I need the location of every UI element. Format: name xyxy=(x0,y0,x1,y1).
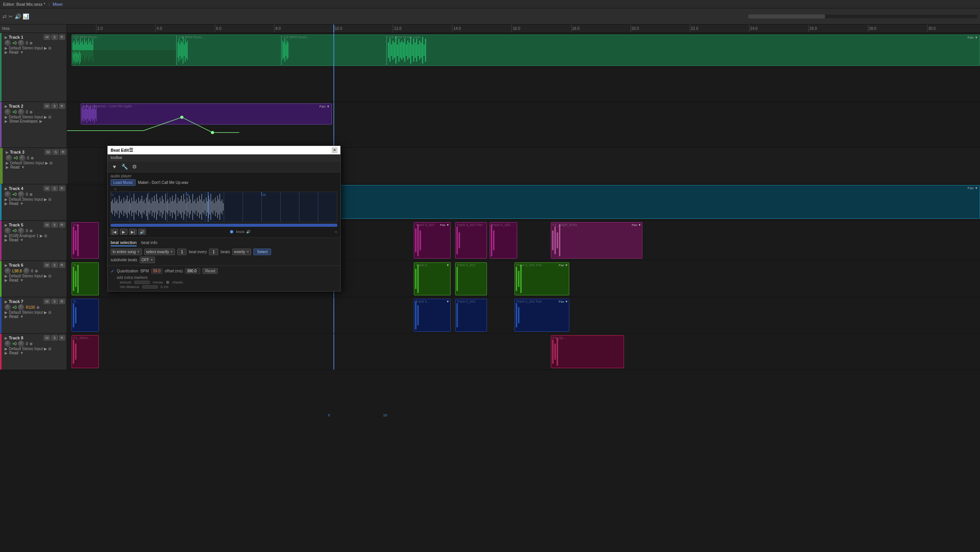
track-5-pan-knob[interactable] xyxy=(18,228,24,234)
track-1-name[interactable]: Track 1 xyxy=(9,35,42,39)
track-8-read-expand[interactable]: ▼ xyxy=(20,351,24,355)
track-7-pan-knob[interactable] xyxy=(18,304,24,310)
track-7-solo[interactable]: S xyxy=(51,299,57,304)
beat-info-tab[interactable]: beat info xyxy=(141,240,157,246)
track-3-fx[interactable]: ⊞ xyxy=(49,161,52,165)
track-7-vol-knob[interactable] xyxy=(5,304,11,310)
track-5-rec[interactable]: R xyxy=(59,222,65,228)
track-5-solo[interactable]: S xyxy=(51,222,57,228)
track-6-rec[interactable]: R xyxy=(59,262,65,268)
track-3-extra[interactable]: ⊕ xyxy=(31,156,34,160)
track-3-read-expand[interactable]: ▼ xyxy=(21,165,25,169)
track-8-read-label[interactable]: Read xyxy=(9,351,18,355)
track-3-mute[interactable]: M xyxy=(45,149,52,155)
track-6-clip-4[interactable]: Track 5_002 Pan Pan ▼ xyxy=(514,262,569,295)
toolbar-gear-btn[interactable]: ⚙ xyxy=(131,163,138,170)
subdivide-dropdown[interactable]: OFF ▼ xyxy=(140,257,155,263)
dialog-close-button[interactable]: ✕ xyxy=(332,147,337,153)
track-6-pan-knob[interactable] xyxy=(23,268,29,274)
track-1-read-expand[interactable]: ▼ xyxy=(20,50,24,54)
track-5-clip-4[interactable]: Track 5_002 Pan xyxy=(490,222,517,259)
track-4-solo[interactable]: S xyxy=(51,186,57,191)
track-2-name[interactable]: Track 2 xyxy=(9,104,42,108)
track-1-clip-3[interactable]: 126 BPM Drum... xyxy=(281,34,386,66)
track-1-solo[interactable]: S xyxy=(51,34,57,40)
audio-vol-icon[interactable]: ○ xyxy=(335,229,337,234)
track-3-vol-knob[interactable] xyxy=(6,155,12,161)
track-4-vol-knob[interactable] xyxy=(5,191,11,197)
in-entire-song-dropdown[interactable]: In entire song ▼ xyxy=(111,249,142,255)
track-1-input-arrow[interactable]: ▶ xyxy=(44,46,47,50)
track-5-clip-2[interactable]: Track 5_002 Pan ▼ xyxy=(414,222,450,259)
transport-play-btn[interactable]: ▶ xyxy=(120,229,127,235)
track-8-extra[interactable]: ⊕ xyxy=(29,342,33,346)
beat-every-input[interactable] xyxy=(209,249,218,255)
track-2-fx[interactable]: ⊞ xyxy=(48,115,51,119)
load-music-btn[interactable]: Load Music xyxy=(111,179,136,186)
track-2-pan-knob[interactable] xyxy=(18,109,24,115)
track-7-mute[interactable]: M xyxy=(44,299,51,304)
track-7-expand[interactable]: ▶ xyxy=(5,300,8,304)
track-4-input-arrow[interactable]: ▶ xyxy=(44,197,47,201)
track-1-clip-2[interactable]: 126 BPM Drum... xyxy=(176,34,281,66)
track-4-pan-knob[interactable] xyxy=(18,191,24,197)
track-1-mute[interactable]: M xyxy=(44,34,51,40)
track-8-read-arrow[interactable]: ▶ xyxy=(5,351,8,355)
track-7-clip-4[interactable]: Track 5_002 Pan Pan ▼ xyxy=(514,299,569,332)
track-5-expand[interactable]: ▶ xyxy=(5,223,8,227)
beat-count-input[interactable] xyxy=(177,249,186,255)
quant-offset-value[interactable]: 380.0 xyxy=(185,268,200,274)
track-2-extra[interactable]: ⊕ xyxy=(29,110,33,114)
track-7-read-arrow[interactable]: ▶ xyxy=(5,314,8,319)
track-5-name[interactable]: Track 5 xyxy=(9,223,42,227)
track-2-vol-knob[interactable] xyxy=(5,109,11,115)
toolbar-icon-2[interactable]: ✂ xyxy=(8,13,13,20)
top-scrollbar[interactable] xyxy=(748,14,978,19)
track-5-read-arrow[interactable]: ▶ xyxy=(5,238,8,242)
track-1-expand[interactable]: ▶ xyxy=(5,35,8,39)
track-6-name[interactable]: Track 6 xyxy=(9,263,42,267)
track-1-extra[interactable]: ⊕ xyxy=(29,41,33,45)
reset-button[interactable]: Reset xyxy=(203,268,218,274)
toolbar-heart-btn[interactable]: ♥ xyxy=(111,163,118,170)
track-4-rec[interactable]: R xyxy=(59,186,65,191)
track-6-read-arrow[interactable]: ▶ xyxy=(5,278,8,282)
track-1-rec[interactable]: R xyxy=(59,34,65,40)
track-6-read-expand[interactable]: ▼ xyxy=(20,278,24,282)
track-6-fx[interactable]: ⊞ xyxy=(48,274,51,278)
transport-prev-btn[interactable]: |◀ xyxy=(111,229,118,235)
track-6-vol-knob[interactable] xyxy=(5,268,11,274)
track-1-read-arrow[interactable]: ▶ xyxy=(5,50,8,54)
track-2-mute[interactable]: M xyxy=(44,103,51,109)
timeline-ruler[interactable]: hms 2.0 4.0 6.0 8.0 10.0 12.0 14.0 16.0 … xyxy=(0,25,980,33)
distribution-dropdown[interactable]: evenly ▼ xyxy=(232,249,252,255)
track-3-read-arrow[interactable]: ▶ xyxy=(6,165,9,169)
track-3-solo[interactable]: S xyxy=(52,149,59,155)
track-4-name[interactable]: Track 4 xyxy=(9,186,42,191)
track-2-clip-1[interactable]: Johnn Newman - Love Me Again Pan ▼ xyxy=(81,103,332,124)
track-6-solo[interactable]: S xyxy=(51,262,57,268)
track-3-name[interactable]: Track 3 xyxy=(10,150,44,154)
track-3-read-label[interactable]: Read xyxy=(10,165,20,169)
track-3-expand[interactable]: ▶ xyxy=(6,150,9,154)
audio-selection-bar[interactable] xyxy=(111,224,337,227)
track-7-clip-1[interactable]: Tr... xyxy=(72,299,99,332)
track-8-clip-1[interactable]: FX_Stere... xyxy=(72,335,99,368)
track-8-clip-2[interactable]: FX_Sp... xyxy=(551,335,624,368)
track-4-read-arrow[interactable]: ▶ xyxy=(5,201,8,206)
track-6-extra[interactable]: ⊕ xyxy=(35,269,38,273)
toolbar-wrench-btn[interactable]: 🔧 xyxy=(121,163,128,170)
track-1-read-label[interactable]: Read xyxy=(9,50,18,54)
track-8-vol-knob[interactable] xyxy=(5,341,11,347)
track-2-rec[interactable]: R xyxy=(59,103,65,109)
track-1-content[interactable]: 126 BPM Drum... xyxy=(67,33,980,102)
track-2-input-arrow[interactable]: ▶ xyxy=(44,115,47,119)
track-2-content[interactable]: Johnn Newman - Love Me Again Pan ▼ xyxy=(67,102,980,147)
beat-selection-tab[interactable]: beat selection xyxy=(111,240,137,246)
track-7-extra[interactable]: ⊕ xyxy=(36,305,39,310)
track-8-pan-knob[interactable] xyxy=(18,341,24,347)
track-2-expand[interactable]: ▶ xyxy=(5,104,8,108)
waveform-display[interactable]: 0 5 10 xyxy=(111,192,337,222)
track-8-content[interactable]: FX_Stere... FX_Sp... xyxy=(67,334,980,370)
track-7-read-label[interactable]: Read xyxy=(9,314,18,319)
